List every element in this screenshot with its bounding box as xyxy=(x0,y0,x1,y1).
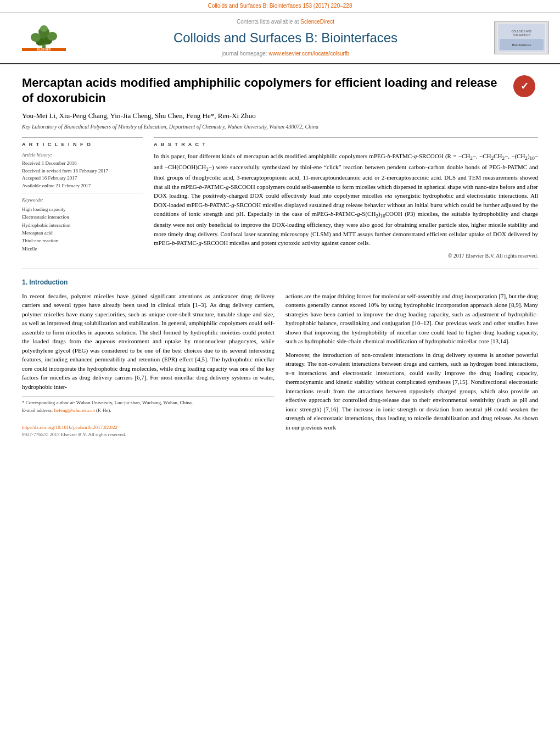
abstract-section: A B S T R A C T In this paper, four diff… xyxy=(154,137,538,260)
svg-point-7 xyxy=(40,25,48,32)
article-title-section: Mercaptan acids modified amphiphilic cop… xyxy=(22,75,538,107)
article-title: Mercaptan acids modified amphiphilic cop… xyxy=(22,75,508,107)
abstract-text: In this paper, four different kinds of m… xyxy=(154,152,538,248)
elsevier-logo: ELSEVIER xyxy=(11,21,77,54)
sciencedirect-line: Contents lists available at ScienceDirec… xyxy=(77,18,494,26)
svg-text:ELSEVIER: ELSEVIER xyxy=(37,48,51,51)
accepted-date: Accepted 16 February 2017 xyxy=(22,175,143,182)
article-main: Mercaptan acids modified amphiphilic cop… xyxy=(0,64,560,449)
journal-citation-text: Colloids and Surfaces B: Biointerfaces 1… xyxy=(208,3,352,9)
svg-text:✓: ✓ xyxy=(520,81,529,92)
online-date: Available online 21 February 2017 xyxy=(22,182,143,190)
left-column: A R T I C L E I N F O Article history: R… xyxy=(22,137,143,260)
journal-header: ELSEVIER Contents lists available at Sci… xyxy=(0,13,560,64)
crossmark-icon: ✓ xyxy=(513,75,535,97)
footer-copyright: 0927-7765/© 2017 Elsevier B.V. All right… xyxy=(22,431,275,438)
article-columns: A R T I C L E I N F O Article history: R… xyxy=(22,137,538,260)
keyword-1: High loading capacity xyxy=(22,205,143,213)
svg-text:SURFACES B: SURFACES B xyxy=(513,34,530,37)
crossmark-logo[interactable]: ✓ xyxy=(513,75,538,100)
journal-header-center: Contents lists available at ScienceDirec… xyxy=(77,18,494,58)
received-date: Received 1 December 2016 xyxy=(22,160,143,168)
keyword-3: Hydrophobic interaction xyxy=(22,221,143,229)
abstract-title: A B S T R A C T xyxy=(154,141,538,148)
and-text: and xyxy=(154,164,163,170)
keyword-4: Mercaptan acid xyxy=(22,229,143,237)
revised-date: Received in revised form 16 February 201… xyxy=(22,168,143,175)
email-link[interactable]: hefeng@whu.edu.cn xyxy=(54,408,96,413)
elsevier-logo-image: ELSEVIER xyxy=(16,21,71,54)
intro-right-para-2: Moreover, the introduction of non-covale… xyxy=(285,350,538,432)
footnote-section: * Corresponding author at: Wuhan Univers… xyxy=(22,397,275,438)
keywords-label: Keywords: xyxy=(22,197,143,204)
abstract-copyright: © 2017 Elsevier B.V. All rights reserved… xyxy=(154,252,538,260)
keyword-2: Electrostatic interaction xyxy=(22,213,143,221)
cover-thumbnail: COLLOIDS AND SURFACES B Biointerfaces xyxy=(497,23,546,53)
intro-content: In recent decades, polymer micelles have… xyxy=(22,292,538,438)
corresponding-note: * Corresponding author at: Wuhan Univers… xyxy=(22,399,275,407)
intro-right-para-1: actions are the major driving forces for… xyxy=(285,292,538,346)
article-info-title: A R T I C L E I N F O xyxy=(22,141,143,148)
svg-text:COLLOIDS AND: COLLOIDS AND xyxy=(512,30,532,33)
intro-right-col: actions are the major driving forces for… xyxy=(285,292,538,438)
article-authors: You-Mei Li, Xiu-Peng Chang, Yin-Jia Chen… xyxy=(22,111,538,121)
right-column: A B S T R A C T In this paper, four diff… xyxy=(154,137,538,260)
sciencedirect-link[interactable]: ScienceDirect xyxy=(300,19,334,25)
keyword-6: Micelle xyxy=(22,245,143,253)
info-divider xyxy=(22,193,143,193)
journal-title: Colloids and Surfaces B: Biointerfaces xyxy=(77,29,494,47)
journal-citation-bar: Colloids and Surfaces B: Biointerfaces 1… xyxy=(0,0,560,13)
elsevier-tree-icon: ELSEVIER xyxy=(19,24,69,52)
article-affiliation: Key Laboratory of Biomedical Polymers of… xyxy=(22,123,538,131)
journal-cover-image: COLLOIDS AND SURFACES B Biointerfaces xyxy=(494,21,549,54)
intro-section-header: 1. Introduction xyxy=(22,278,538,287)
section-divider-1 xyxy=(22,269,538,269)
email-line: E-mail address: hefeng@whu.edu.cn (F. He… xyxy=(22,407,275,415)
svg-text:Biointerfaces: Biointerfaces xyxy=(512,43,531,47)
history-label: Article history: xyxy=(22,152,143,159)
doi-line[interactable]: http://dx.doi.org/10.1016/j.colsurfb.201… xyxy=(22,424,275,431)
article-info-box: A R T I C L E I N F O Article history: R… xyxy=(22,137,143,253)
journal-homepage-link[interactable]: www.elsevier.com/locate/colsurfb xyxy=(268,51,349,57)
intro-left-para-1: In recent decades, polymer micelles have… xyxy=(22,292,275,392)
journal-homepage-line: journal homepage: www.elsevier.com/locat… xyxy=(77,50,494,58)
intro-left-col: In recent decades, polymer micelles have… xyxy=(22,292,275,438)
keyword-5: Thiol-ene reaction xyxy=(22,237,143,244)
